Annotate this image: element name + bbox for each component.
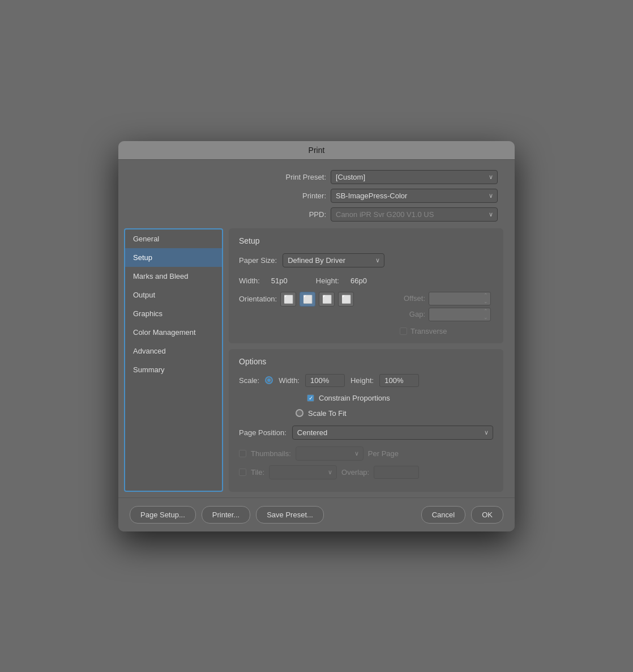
offset-input[interactable] [429,292,491,305]
scale-label: Scale: [239,376,259,385]
constrain-row: ✓ Constrain Proportions [307,394,493,402]
scale-to-fit-row: Scale To Fit [296,409,493,418]
print-preset-label: Print Preset: [275,173,326,181]
sidebar-item-output[interactable]: Output [125,286,222,304]
sidebar-item-graphics[interactable]: Graphics [125,304,222,323]
print-preset-select[interactable]: [Custom] [331,170,498,184]
orientation-offset-row: Orientation: ⬜ ⬜ ⬜ ⬜ Offset: Gap: [239,292,493,335]
sidebar-item-color-management[interactable]: Color Management [125,323,222,342]
constrain-checkbox[interactable]: ✓ [307,394,314,402]
tile-select [269,465,337,479]
scale-row: Scale: Width: Height: [239,374,493,387]
sidebar-item-summary[interactable]: Summary [125,360,222,379]
setup-section: Setup Paper Size: Defined By Driver Widt… [229,228,503,343]
options-title: Options [239,357,493,366]
sidebar-item-general[interactable]: General [125,229,222,248]
height-value: 66p0 [350,277,367,285]
setup-title: Setup [239,236,493,245]
gap-row: Gap: [400,308,493,321]
overlap-input[interactable] [374,466,419,479]
transverse-label: Transverse [410,327,447,335]
tile-label: Tile: [251,468,264,477]
sidebar: General Setup Marks and Bleed Output Gra… [124,228,223,492]
width-value: 51p0 [271,277,288,285]
preview-area [125,384,222,429]
printer-select[interactable]: SB-ImagePress-Color [331,189,498,203]
print-dialog: Print Print Preset: [Custom] Printer: SB… [118,141,515,531]
scale-radio[interactable] [265,376,273,384]
paper-size-select[interactable]: Defined By Driver [283,253,384,267]
tile-select-wrapper [269,465,337,479]
printer-label: Printer: [275,192,326,200]
scale-to-fit-label: Scale To Fit [308,409,347,418]
page-position-select[interactable]: Centered [292,426,493,440]
constrain-label: Constrain Proportions [319,394,390,402]
ppd-select[interactable]: Canon iPR Svr G200 V1.0 US [331,207,498,222]
sidebar-item-marks-bleed[interactable]: Marks and Bleed [125,267,222,286]
orientation-portrait[interactable]: ⬜ [280,292,296,307]
offset-label: Offset: [400,294,425,303]
overlap-label: Overlap: [341,468,369,477]
ok-button[interactable]: OK [471,506,503,524]
content-area: Setup Paper Size: Defined By Driver Widt… [223,228,509,492]
offset-row: Offset: [400,292,493,305]
dimensions-row: Width: 51p0 Height: 66p0 [239,277,493,285]
height-label: Height: [316,277,339,285]
ppd-wrapper[interactable]: Canon iPR Svr G200 V1.0 US [331,207,498,222]
title-bar: Print [118,141,515,160]
options-section: Options Scale: Width: Height: ✓ Constrai… [229,349,503,492]
top-section: Print Preset: [Custom] Printer: SB-Image… [118,160,515,228]
printer-row: Printer: SB-ImagePress-Color [135,189,498,203]
cancel-button[interactable]: Cancel [421,506,465,524]
tile-row: Tile: Overlap: [239,465,493,479]
page-position-wrapper[interactable]: Centered [292,426,493,440]
gap-label: Gap: [400,310,425,318]
thumbnails-checkbox[interactable] [239,450,246,457]
scale-height-input[interactable] [379,374,419,387]
tile-checkbox[interactable] [239,469,246,476]
width-label: Width: [239,277,260,285]
paper-size-row: Paper Size: Defined By Driver [239,253,493,267]
orientation-landscape[interactable]: ⬜ [300,292,315,307]
print-preset-wrapper[interactable]: [Custom] [331,170,498,184]
paper-size-wrapper[interactable]: Defined By Driver [283,253,384,267]
printer-button[interactable]: Printer... [202,506,250,524]
transverse-checkbox[interactable] [400,328,407,335]
ppd-label: PPD: [275,210,326,219]
save-preset-button[interactable]: Save Preset... [256,506,324,524]
thumbnails-label: Thumbnails: [251,449,291,458]
printer-wrapper[interactable]: SB-ImagePress-Color [331,189,498,203]
sidebar-item-advanced[interactable]: Advanced [125,342,222,360]
page-position-row: Page Position: Centered [239,426,493,440]
orientation-label: Orientation: [239,295,277,303]
transverse-row: Transverse [400,327,493,335]
orientation-group: Orientation: ⬜ ⬜ ⬜ ⬜ [239,292,354,307]
thumbnails-select [296,446,363,461]
orientation-reverse-landscape[interactable]: ⬜ [338,292,354,307]
footer: Page Setup... Printer... Save Preset... … [118,497,515,531]
scale-height-label: Height: [350,376,374,385]
print-preset-row: Print Preset: [Custom] [135,170,498,184]
paper-size-label: Paper Size: [239,256,277,265]
ppd-row: PPD: Canon iPR Svr G200 V1.0 US [135,207,498,222]
thumbnails-select-wrapper [296,446,363,461]
scale-to-fit-radio[interactable] [296,409,303,417]
scale-width-input[interactable] [305,374,345,387]
gap-input[interactable] [429,308,491,321]
orientation-reverse-portrait[interactable]: ⬜ [319,292,335,307]
sidebar-item-setup[interactable]: Setup [125,248,222,267]
per-page-label: Per Page [368,449,399,458]
thumbnails-row: Thumbnails: Per Page [239,446,493,461]
main-body: General Setup Marks and Bleed Output Gra… [118,228,515,497]
scale-width-label: Width: [279,376,300,385]
dialog-title: Print [309,146,325,155]
page-setup-button[interactable]: Page Setup... [130,506,196,524]
page-position-label: Page Position: [239,428,286,437]
